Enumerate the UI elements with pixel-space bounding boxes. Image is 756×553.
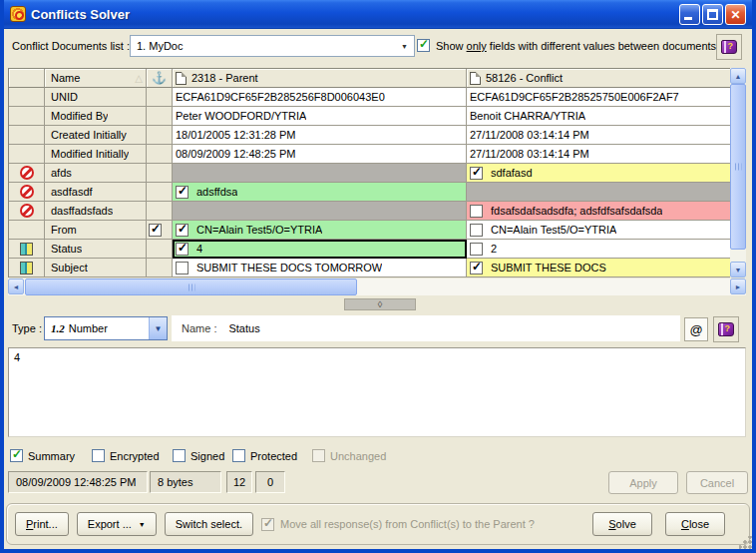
value-checkbox[interactable]: ✓ [176, 224, 189, 237]
no-entry-icon [20, 185, 34, 199]
formula-at-button[interactable]: @ [684, 317, 708, 341]
table-row: dasffadsfads ✓ fdsafsdafsadsdfa; adsfdfs… [9, 202, 730, 221]
vertical-scroll-thumb[interactable] [730, 84, 746, 250]
value-checkbox[interactable]: ✓ [470, 205, 483, 218]
minimize-button[interactable] [679, 4, 700, 25]
help-book-button-2[interactable] [713, 316, 739, 342]
footer-panel: Print... Export ... ▼ Switch select. ✓ M… [6, 503, 750, 545]
conflict-value-cell[interactable]: 27/11/2008 03:14:14 PM [467, 145, 730, 164]
row-label[interactable]: Modified Initially [45, 145, 147, 164]
modified-date-box: 08/09/2009 12:48:25 PM [8, 471, 148, 493]
table-row: afds ✓ sdfafasd [9, 164, 730, 183]
chevron-down-icon[interactable] [401, 43, 408, 50]
header-conflict-column[interactable]: 58126 - Conflict [467, 69, 730, 88]
table-row: Subject ✓ SUBMIT THESE DOCS TOMORROW ✓ S… [9, 259, 730, 277]
maximize-button[interactable] [702, 4, 723, 25]
parent-value-cell[interactable]: ✓ SUBMIT THESE DOCS TOMORROW [173, 259, 467, 277]
switch-select-button[interactable]: Switch select. [165, 512, 253, 536]
encrypted-checkbox[interactable]: ✓ [92, 449, 105, 462]
help-book-button[interactable] [716, 34, 742, 60]
value-checkbox[interactable]: ✓ [176, 186, 189, 199]
sort-asc-icon: △ [135, 73, 143, 84]
header-status-column[interactable] [9, 69, 45, 88]
row-label[interactable]: Status [45, 240, 147, 259]
header-anchor-column[interactable]: ⚓ [147, 69, 173, 88]
row-label[interactable]: UNID [45, 88, 147, 107]
doc-list-combobox[interactable]: 1. MyDoc [130, 35, 415, 57]
resize-grip[interactable] [739, 536, 752, 549]
conflict-value-cell[interactable]: ✓ SUBMIT THESE DOCS [467, 259, 730, 277]
count-box-1: 12 [226, 471, 252, 493]
anchor-icon: ⚓ [152, 71, 167, 85]
anchor-checkbox[interactable]: ✓ [149, 224, 162, 237]
show-only-diff-checkbox[interactable]: ✓ [417, 39, 430, 52]
value-checkbox[interactable]: ✓ [176, 243, 189, 256]
horizontal-scroll-thumb[interactable] [25, 278, 357, 295]
parent-value-cell[interactable] [173, 202, 467, 221]
row-label[interactable]: Created Initially [45, 126, 147, 145]
conflict-value-cell[interactable] [467, 183, 730, 202]
no-entry-icon [20, 166, 34, 180]
vertical-scrollbar[interactable]: ▲ ▼ [730, 68, 746, 277]
name-label: Name : [182, 322, 216, 334]
scroll-down-icon[interactable]: ▼ [730, 262, 746, 277]
splitter-handle[interactable]: ◊ [344, 298, 416, 310]
signed-checkbox[interactable]: ✓ [173, 449, 186, 462]
export-button[interactable]: Export ... ▼ [77, 512, 157, 536]
chevron-down-icon[interactable]: ▼ [149, 317, 167, 339]
parent-value-cell[interactable]: ✓ CN=Alain Test5/O=YTRIA [173, 221, 467, 240]
scroll-right-icon[interactable]: ► [730, 278, 746, 294]
row-label[interactable]: asdfasdf [45, 183, 147, 202]
header-name-column[interactable]: Name △ [45, 69, 147, 88]
row-label[interactable]: Modified By [45, 107, 147, 126]
table-row: Status ✓ 4 ✓ 2 [9, 240, 730, 259]
header-parent-column[interactable]: 2318 - Parent [173, 69, 467, 88]
no-entry-icon [20, 204, 34, 218]
horizontal-scrollbar[interactable]: ◄ ► [8, 278, 746, 295]
print-button[interactable]: Print... [15, 512, 69, 536]
table-row: asdfasdf ✓ adsffdsa [9, 183, 730, 202]
value-checkbox[interactable]: ✓ [470, 224, 483, 237]
conflict-value-cell[interactable]: ECFA61D9CF65F2B28525750E006F2AF7 [467, 88, 730, 107]
field-grid-icon [20, 262, 33, 275]
parent-value-cell[interactable]: 18/01/2005 12:31:28 PM [173, 126, 467, 145]
row-label[interactable]: afds [45, 164, 147, 183]
field-value-editor[interactable] [8, 347, 746, 437]
value-checkbox[interactable]: ✓ [176, 262, 189, 275]
window-title: Conflicts Solver [31, 7, 679, 22]
protected-checkbox[interactable]: ✓ [232, 449, 245, 462]
parent-value-cell[interactable]: Peter WOODFORD/YTRIA [173, 107, 467, 126]
conflict-value-cell[interactable]: Benoit CHARRA/YTRIA [467, 107, 730, 126]
scroll-left-icon[interactable]: ◄ [8, 278, 24, 294]
conflict-value-cell[interactable]: 27/11/2008 03:14:14 PM [467, 126, 730, 145]
row-label[interactable]: Subject [45, 259, 147, 277]
cancel-button[interactable]: Cancel [686, 471, 748, 494]
value-checkbox[interactable]: ✓ [470, 167, 483, 180]
parent-value-cell[interactable] [173, 164, 467, 183]
solve-button[interactable]: Solve [592, 512, 652, 536]
move-responses-option: ✓ Move all response(s) from Conflict(s) … [261, 518, 535, 531]
conflict-value-cell[interactable]: ✓ fdsafsdafsadsdfa; adsfdfsafsdafsda [467, 202, 730, 221]
close-dialog-button[interactable]: Close [665, 512, 725, 536]
parent-value-cell-selected[interactable]: ✓ 4 [173, 240, 467, 259]
close-button[interactable]: ✕ [725, 4, 746, 25]
summary-checkbox[interactable]: ✓ [10, 449, 23, 462]
conflict-value-cell[interactable]: ✓ sdfafasd [467, 164, 730, 183]
document-icon [176, 72, 187, 85]
row-label[interactable]: dasffadsfads [45, 202, 147, 221]
value-checkbox[interactable]: ✓ [470, 243, 483, 256]
parent-value-cell[interactable]: 08/09/2009 12:48:25 PM [173, 145, 467, 164]
conflict-value-cell[interactable]: ✓ CN=Alain Test5/O=YTRIA [467, 221, 730, 240]
apply-button[interactable]: Apply [608, 471, 678, 494]
conflict-value-cell[interactable]: ✓ 2 [467, 240, 730, 259]
row-label[interactable]: From [45, 221, 147, 240]
scroll-up-icon[interactable]: ▲ [730, 68, 746, 84]
parent-value-cell[interactable]: ✓ adsffdsa [173, 183, 467, 202]
type-combobox[interactable]: 1.2 Number ▼ [44, 316, 168, 340]
at-icon: @ [689, 322, 702, 337]
table-header-row: Name △ ⚓ 2318 - Parent 58126 - Conflict [9, 69, 730, 88]
parent-value-cell[interactable]: ECFA61D9CF65F2B285256F8D006043E0 [173, 88, 467, 107]
count-box-2: 0 [255, 471, 285, 493]
value-checkbox[interactable]: ✓ [470, 262, 483, 275]
book-icon [718, 322, 734, 336]
